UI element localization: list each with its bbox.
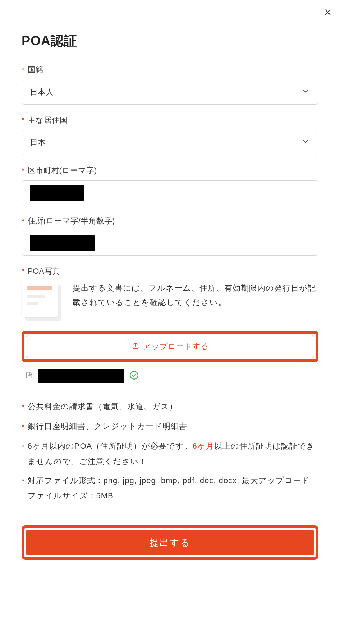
field-address: * 住所(ローマ字/半角数字) <box>22 216 318 256</box>
submit-button-label: 提出する <box>150 536 190 549</box>
note-text: 銀行口座明細書、クレジットカード明細書 <box>28 419 318 434</box>
page-title: POA認証 <box>22 32 318 50</box>
required-marker: * <box>22 166 25 175</box>
upload-button[interactable]: アップロードする <box>26 335 314 358</box>
required-marker: * <box>22 216 25 226</box>
note-line: * 公共料金の請求書（電気、水道、ガス） <box>22 399 318 415</box>
note-line: * 対応ファイル形式：png, jpg, jpeg, bmp, pdf, doc… <box>22 473 318 504</box>
note-text: 6ヶ月以内のPOA（住所証明）が必要です。6ヶ月以上の住所証明は認証できませんの… <box>28 439 318 470</box>
input-address[interactable] <box>22 231 318 256</box>
input-city[interactable] <box>22 180 318 205</box>
notes-section: * 公共料金の請求書（電気、水道、ガス） * 銀行口座明細書、クレジットカード明… <box>22 399 318 504</box>
redacted-value <box>30 235 95 251</box>
select-value: 日本人 <box>30 87 54 97</box>
label-text: 区市町村(ローマ字) <box>28 165 97 176</box>
submit-button-highlight: 提出する <box>22 525 318 560</box>
select-value: 日本 <box>30 137 46 148</box>
label-text: 主な居住国 <box>28 115 68 126</box>
chevron-down-icon <box>301 86 310 98</box>
required-marker: * <box>22 115 25 125</box>
field-poa-photo: * POA写真 提出する文書には、フルネーム、住所、有効期限内の発行日が記載され… <box>22 266 318 383</box>
upload-icon <box>132 341 139 352</box>
svg-point-5 <box>130 371 138 379</box>
chevron-down-icon <box>301 137 310 148</box>
check-success-icon <box>129 371 139 381</box>
note-text: 対応ファイル形式：png, jpg, jpeg, bmp, pdf, doc, … <box>28 473 318 504</box>
label-text: 住所(ローマ字/半角数字) <box>28 216 115 226</box>
label-address: * 住所(ローマ字/半角数字) <box>22 216 318 226</box>
note-emphasis: 6ヶ月 <box>192 441 214 450</box>
required-marker: * <box>22 400 25 415</box>
required-marker: * <box>22 419 25 435</box>
required-marker: * <box>22 474 25 489</box>
note-line: * 6ヶ月以内のPOA（住所証明）が必要です。6ヶ月以上の住所証明は認証できませ… <box>22 439 318 470</box>
redacted-value <box>30 185 84 201</box>
note-text: 公共料金の請求書（電気、水道、ガス） <box>28 399 318 414</box>
close-icon[interactable] <box>322 6 334 18</box>
field-residence: * 主な居住国 日本 <box>22 115 318 155</box>
note-line: * 銀行口座明細書、クレジットカード明細書 <box>22 419 318 435</box>
select-nationality[interactable]: 日本人 <box>22 80 318 105</box>
upload-button-highlight: アップロードする <box>22 331 318 362</box>
document-icon <box>22 281 65 321</box>
uploaded-filename-redacted <box>38 369 124 383</box>
label-residence: * 主な居住国 <box>22 115 318 126</box>
label-nationality: * 国籍 <box>22 64 318 75</box>
select-residence[interactable]: 日本 <box>22 130 318 155</box>
field-nationality: * 国籍 日本人 <box>22 64 318 105</box>
label-text: 国籍 <box>28 64 43 75</box>
poa-photo-description: 提出する文書には、フルネーム、住所、有効期限内の発行日が記載されていることを確認… <box>73 281 318 309</box>
required-marker: * <box>22 439 25 455</box>
label-poa-photo: * POA写真 <box>22 266 318 277</box>
required-marker: * <box>22 267 25 276</box>
required-marker: * <box>22 65 25 74</box>
uploaded-file-row <box>22 369 318 383</box>
field-city: * 区市町村(ローマ字) <box>22 165 318 205</box>
submit-button[interactable]: 提出する <box>26 530 314 555</box>
label-city: * 区市町村(ローマ字) <box>22 165 318 176</box>
label-text: POA写真 <box>28 266 60 277</box>
upload-button-label: アップロードする <box>143 341 209 352</box>
file-icon <box>25 371 33 381</box>
